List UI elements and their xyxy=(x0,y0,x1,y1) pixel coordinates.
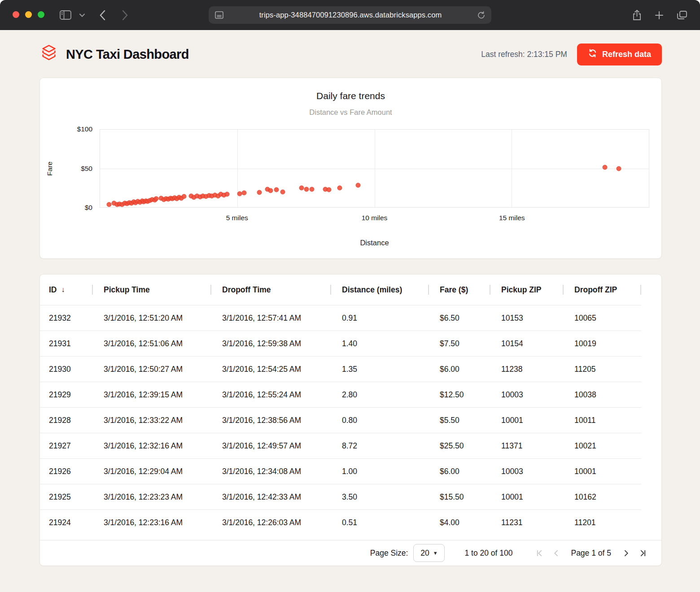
column-header-label: Fare ($) xyxy=(440,285,468,295)
table-cell: 21928 xyxy=(40,416,93,425)
table-row[interactable]: 219273/1/2016, 12:32:16 AM3/1/2016, 12:4… xyxy=(40,433,641,458)
new-tab-icon[interactable] xyxy=(652,0,667,30)
table-cell: $6.00 xyxy=(429,467,490,476)
table-row[interactable]: 219283/1/2016, 12:33:22 AM3/1/2016, 12:3… xyxy=(40,407,641,433)
back-button[interactable] xyxy=(95,0,109,30)
reload-icon[interactable] xyxy=(477,11,485,19)
scatter-point xyxy=(337,186,342,191)
table-cell: 10021 xyxy=(564,441,641,451)
column-header[interactable]: Fare ($) xyxy=(429,274,490,305)
table-row[interactable]: 219253/1/2016, 12:23:23 AM3/1/2016, 12:4… xyxy=(40,484,641,509)
table-cell: 3/1/2016, 12:26:03 AM xyxy=(211,518,331,527)
table-cell: 10003 xyxy=(490,467,564,476)
table-row[interactable]: 219323/1/2016, 12:51:20 AM3/1/2016, 12:5… xyxy=(40,305,641,331)
table-cell: 10001 xyxy=(564,467,641,476)
x-tick-label: 5 miles xyxy=(226,214,248,222)
next-page-button[interactable] xyxy=(617,544,634,562)
scatter-point xyxy=(326,187,331,192)
refresh-icon xyxy=(588,48,597,60)
column-header-label: ID xyxy=(49,285,57,295)
column-header[interactable]: Pickup ZIP xyxy=(490,274,564,305)
table-cell: 3/1/2016, 12:57:41 AM xyxy=(211,313,331,323)
minimize-window-button[interactable] xyxy=(25,11,32,18)
url-bar[interactable]: trips-app-3488470091230896.aws.databrick… xyxy=(209,6,491,24)
table-cell: 3/1/2016, 12:55:24 AM xyxy=(211,390,331,400)
table-cell: 10003 xyxy=(490,390,564,400)
scatter-plot xyxy=(100,129,649,208)
chart-card: Daily fare trends Distance vs Fare Amoun… xyxy=(39,78,662,259)
tab-overview-icon[interactable] xyxy=(674,0,690,30)
table-cell: 3/1/2016, 12:23:23 AM xyxy=(93,492,211,502)
table-cell: 21924 xyxy=(40,518,93,527)
browser-chrome: trips-app-3488470091230896.aws.databrick… xyxy=(0,0,700,30)
table-cell: 2.80 xyxy=(331,390,429,400)
brand: NYC Taxi Dashboard xyxy=(39,43,189,65)
first-page-button[interactable] xyxy=(530,544,547,562)
table-cell: $6.50 xyxy=(429,313,490,323)
chart-subtitle: Distance vs Fare Amount xyxy=(40,108,661,117)
column-header-label: Dropoff ZIP xyxy=(574,285,617,295)
y-gridline xyxy=(100,169,649,169)
forward-button[interactable] xyxy=(118,0,132,30)
table-cell: 3/1/2016, 12:51:20 AM xyxy=(93,313,211,323)
table-row[interactable]: 219313/1/2016, 12:51:06 AM3/1/2016, 12:5… xyxy=(40,331,641,356)
table-cell: 11205 xyxy=(564,365,641,374)
table-row[interactable]: 219243/1/2016, 12:23:16 AM3/1/2016, 12:2… xyxy=(40,509,641,535)
share-icon[interactable] xyxy=(629,0,644,30)
table-cell: 10154 xyxy=(490,339,564,348)
chevron-down-icon[interactable] xyxy=(76,0,88,30)
sidebar-icon[interactable] xyxy=(58,0,73,30)
table-cell: $12.50 xyxy=(429,390,490,400)
table-body: 219323/1/2016, 12:51:20 AM3/1/2016, 12:5… xyxy=(40,305,662,535)
table-cell: 3/1/2016, 12:51:06 AM xyxy=(93,339,211,348)
sort-descending-icon: ↓ xyxy=(61,286,65,294)
table-cell: 10001 xyxy=(490,492,564,502)
table-cell: 3/1/2016, 12:54:25 AM xyxy=(211,365,331,374)
table-cell: 3/1/2016, 12:59:38 AM xyxy=(211,339,331,348)
scatter-point xyxy=(274,187,279,192)
table-cell: 0.80 xyxy=(331,416,429,425)
close-window-button[interactable] xyxy=(13,11,19,18)
table-cell: 11371 xyxy=(490,441,564,451)
table-cell: 1.00 xyxy=(331,467,429,476)
table-cell: 10153 xyxy=(490,313,564,323)
scatter-point xyxy=(603,165,608,170)
zoom-window-button[interactable] xyxy=(38,11,44,18)
table-cell: 3/1/2016, 12:29:04 AM xyxy=(93,467,211,476)
scatter-point xyxy=(237,192,242,196)
column-header[interactable]: Distance (miles) xyxy=(331,274,429,305)
table-cell: 11201 xyxy=(564,518,641,527)
table-cell: 21930 xyxy=(40,365,93,374)
table-cell: 11231 xyxy=(490,518,564,527)
table-cell: 21925 xyxy=(40,492,93,502)
y-tick-label: $50 xyxy=(57,165,92,173)
column-header[interactable]: Dropoff Time xyxy=(211,274,331,305)
table-row[interactable]: 219293/1/2016, 12:39:15 AM3/1/2016, 12:5… xyxy=(40,382,641,407)
column-header-label: Dropoff Time xyxy=(222,285,271,295)
table-row[interactable]: 219263/1/2016, 12:29:04 AM3/1/2016, 12:3… xyxy=(40,458,641,484)
table-row[interactable]: 219303/1/2016, 12:50:27 AM3/1/2016, 12:5… xyxy=(40,356,641,382)
column-header[interactable]: Dropoff ZIP xyxy=(564,274,641,305)
databricks-logo-icon xyxy=(39,44,58,65)
table-cell: 21926 xyxy=(40,467,93,476)
scatter-point xyxy=(304,187,309,192)
table-cell: $5.50 xyxy=(429,416,490,425)
column-header[interactable]: ID↓ xyxy=(40,274,93,305)
table-header-row: ID↓Pickup TimeDropoff TimeDistance (mile… xyxy=(40,274,641,305)
last-page-button[interactable] xyxy=(634,544,652,562)
page-size-dropdown[interactable]: 20 ▼ xyxy=(413,544,445,562)
last-refresh-text: Last refresh: 2:13:15 PM xyxy=(481,50,567,59)
chart-title: Daily fare trends xyxy=(40,91,661,101)
y-axis-ticks: $0$50$100 xyxy=(57,129,92,208)
refresh-data-button[interactable]: Refresh data xyxy=(577,44,662,65)
table-cell: 10038 xyxy=(564,390,641,400)
table-cell: 8.72 xyxy=(331,441,429,451)
previous-page-button[interactable] xyxy=(547,544,564,562)
page-icon xyxy=(215,11,223,19)
table-cell: 3.50 xyxy=(331,492,429,502)
column-header[interactable]: Pickup Time xyxy=(93,274,211,305)
scatter-point xyxy=(310,187,315,192)
column-header-label: Pickup ZIP xyxy=(501,285,541,295)
scatter-point xyxy=(299,186,304,191)
scatter-point xyxy=(107,202,112,207)
